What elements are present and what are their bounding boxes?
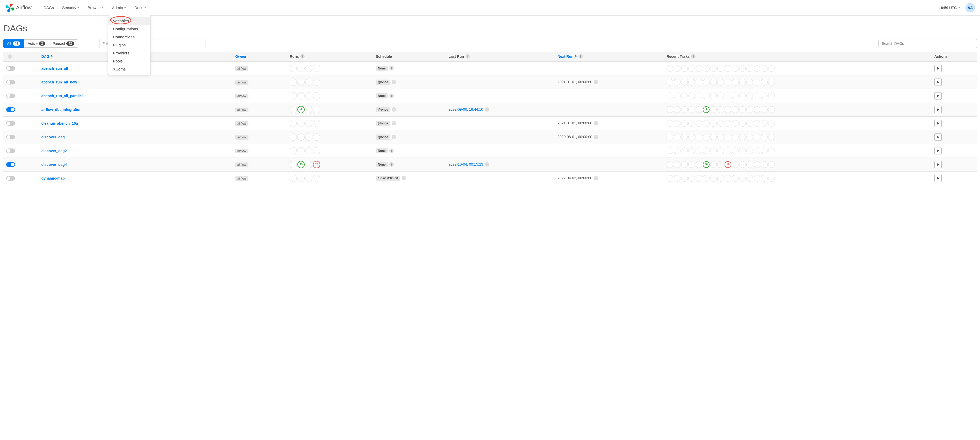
run-circle[interactable] (305, 175, 312, 182)
task-circle[interactable] (718, 161, 724, 168)
task-circle[interactable] (688, 161, 695, 168)
task-circle[interactable] (768, 92, 775, 99)
header-owner[interactable]: Owner (232, 51, 286, 61)
task-circle[interactable] (768, 161, 775, 168)
owner-badge[interactable]: airflow (235, 94, 248, 99)
task-circle[interactable] (674, 134, 681, 140)
task-circle[interactable] (754, 147, 760, 154)
task-circle[interactable] (739, 92, 746, 99)
dag-toggle[interactable] (6, 135, 15, 139)
task-circle[interactable] (754, 161, 760, 168)
task-circle[interactable] (768, 79, 775, 86)
run-circle[interactable] (298, 147, 305, 155)
task-circle[interactable] (688, 147, 695, 154)
schedule-badge[interactable]: 1 day, 0:00:00 (376, 176, 400, 181)
trigger-dag-button[interactable] (934, 134, 942, 141)
task-circle[interactable] (688, 120, 695, 127)
run-circle[interactable] (313, 175, 320, 182)
task-circle[interactable] (746, 161, 753, 168)
nav-browse[interactable]: Browse (83, 1, 108, 14)
task-circle[interactable] (710, 134, 717, 140)
task-circle[interactable] (725, 120, 731, 127)
owner-badge[interactable]: airflow (235, 149, 248, 153)
admin-plugins[interactable]: Plugins (108, 41, 150, 49)
task-circle[interactable] (681, 120, 688, 127)
dag-link[interactable]: abench_run_all_parallel (41, 94, 83, 98)
task-circle[interactable] (695, 106, 702, 113)
run-circle[interactable] (290, 134, 297, 141)
task-circle[interactable] (739, 147, 746, 154)
task-circle[interactable] (695, 161, 702, 168)
run-circle[interactable] (290, 92, 297, 99)
admin-variables[interactable]: Variables (108, 17, 150, 25)
run-circle[interactable] (305, 161, 312, 168)
task-circle[interactable] (746, 134, 753, 140)
info-icon[interactable]: i (392, 121, 396, 126)
pill-all[interactable]: All 44 (3, 39, 24, 48)
task-circle[interactable] (761, 147, 768, 154)
schedule-badge[interactable]: @once (376, 134, 390, 140)
run-circle[interactable] (290, 78, 297, 86)
task-circle[interactable] (667, 120, 673, 127)
task-circle[interactable] (695, 65, 702, 72)
header-nextrun[interactable]: Next Run⇅i (554, 51, 663, 61)
task-circle[interactable] (695, 175, 702, 182)
task-circle[interactable] (710, 79, 717, 86)
info-icon[interactable]: i (466, 54, 470, 59)
task-circle[interactable] (739, 106, 746, 113)
task-circle[interactable]: 5 (703, 106, 710, 113)
dag-toggle[interactable] (6, 176, 15, 181)
task-circle[interactable] (710, 147, 717, 154)
task-circle[interactable] (674, 161, 681, 168)
run-circle[interactable] (305, 106, 312, 113)
task-circle[interactable] (725, 175, 731, 182)
trigger-dag-button[interactable] (934, 106, 942, 113)
task-circle[interactable] (681, 92, 688, 99)
run-circle[interactable] (298, 78, 305, 86)
dag-toggle[interactable] (6, 162, 15, 167)
dag-toggle[interactable] (6, 148, 15, 153)
info-icon[interactable]: i (401, 176, 406, 180)
task-circle[interactable] (695, 92, 702, 99)
run-circle[interactable] (305, 134, 312, 141)
info-icon[interactable]: i (691, 54, 695, 59)
info-icon[interactable]: i (579, 54, 583, 59)
dag-toggle[interactable] (6, 121, 15, 126)
task-circle[interactable] (667, 79, 673, 86)
task-circle[interactable] (725, 106, 731, 113)
task-circle[interactable] (695, 120, 702, 127)
task-circle[interactable] (768, 106, 775, 113)
task-circle[interactable] (688, 134, 695, 140)
run-circle[interactable] (313, 92, 320, 99)
run-circle[interactable] (313, 106, 320, 113)
task-circle[interactable] (754, 79, 760, 86)
task-circle[interactable] (739, 65, 746, 72)
schedule-badge[interactable]: @once (376, 121, 390, 126)
task-circle[interactable] (746, 106, 753, 113)
task-circle[interactable]: 12 (725, 161, 731, 168)
pill-paused[interactable]: Paused 42 (49, 39, 78, 48)
task-circle[interactable] (725, 147, 731, 154)
run-circle[interactable] (290, 65, 297, 72)
task-circle[interactable] (681, 106, 688, 113)
task-circle[interactable] (667, 175, 673, 182)
run-circle[interactable] (313, 65, 320, 72)
trigger-dag-button[interactable] (934, 65, 942, 72)
info-icon[interactable]: i (594, 135, 598, 139)
task-circle[interactable] (681, 147, 688, 154)
task-circle[interactable] (739, 134, 746, 140)
owner-badge[interactable]: airflow (235, 121, 248, 126)
run-circle[interactable] (313, 78, 320, 86)
task-circle[interactable] (746, 120, 753, 127)
owner-badge[interactable]: airflow (235, 108, 248, 112)
dag-link[interactable]: discover_dag4 (41, 163, 67, 167)
task-circle[interactable] (732, 161, 738, 168)
task-circle[interactable] (710, 120, 717, 127)
trigger-dag-button[interactable] (934, 120, 942, 127)
task-circle[interactable] (681, 175, 688, 182)
task-circle[interactable] (739, 175, 746, 182)
task-circle[interactable] (754, 134, 760, 140)
schedule-badge[interactable]: None (376, 93, 388, 99)
task-circle[interactable] (746, 92, 753, 99)
task-circle[interactable] (674, 147, 681, 154)
